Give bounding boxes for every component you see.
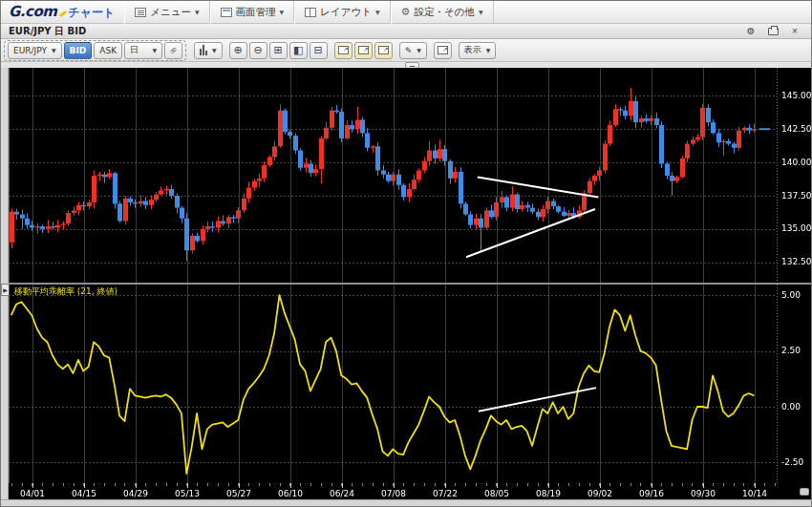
- chevron-down-icon: ▼: [195, 9, 200, 15]
- bottom-strip: [1, 499, 811, 507]
- date-axis-label: 09/16: [635, 490, 668, 498]
- indicator-label: 移動平均乖離率 (21, 終値): [14, 287, 118, 296]
- menu-item-label: メニュー: [150, 6, 191, 19]
- indicator-axis-label: 2.50: [781, 347, 801, 355]
- window-settings-button[interactable]: ⚙: [744, 26, 758, 37]
- fit-chart-button[interactable]: ⊞: [269, 42, 288, 59]
- date-axis-label: 09/02: [584, 490, 616, 498]
- chevron-down-icon: ▼: [280, 9, 285, 15]
- date-axis-label: 07/08: [377, 490, 410, 498]
- price-axis-label: 145.000: [781, 92, 812, 100]
- display-menu-label: 表示: [464, 44, 481, 56]
- date-axis-label: 04/29: [119, 490, 152, 498]
- app-logo[interactable]: G.com チャート: [1, 3, 124, 21]
- chart-window-icon: [358, 46, 369, 54]
- display-menu-button[interactable]: 表示 ▼: [459, 42, 497, 59]
- split-vertical-icon: ◧: [293, 44, 303, 56]
- date-axis-label: 08/05: [481, 490, 513, 498]
- chevron-down-icon: ▼: [152, 47, 157, 53]
- price-axis-label: 140.000: [781, 158, 812, 167]
- date-axis-label: 06/24: [326, 490, 358, 498]
- candlestick-icon: [200, 45, 207, 55]
- chart-window-group: [334, 42, 393, 59]
- gear-icon: ⚙: [747, 27, 756, 36]
- period-select[interactable]: 日 ▼: [124, 42, 162, 59]
- chevron-down-icon: ▼: [52, 47, 56, 53]
- date-axis-label: 07/22: [429, 490, 461, 498]
- price-chart-canvas[interactable]: [9, 68, 812, 283]
- chart-area: 移動平均乖離率 (21, 終値) 145.000142.500140.00013…: [9, 68, 812, 499]
- chart-toolbar: EUR/JPY ▼ BID ASK 日 ▼ ∞ ▼ ⊕ ⊖ ⊞ ◧ ⊟: [1, 39, 811, 62]
- menu-item-layout[interactable]: レイアウト ▼: [294, 1, 390, 24]
- logo-swoosh-icon: [57, 7, 67, 16]
- symbol-group: EUR/JPY ▼ BID ASK 日 ▼ ∞: [4, 40, 186, 61]
- date-axis-label: 05/27: [223, 490, 255, 498]
- chart-type-select[interactable]: ▼: [194, 42, 223, 59]
- indicator-axis-label: 5.00: [781, 291, 801, 300]
- printer-icon: [768, 28, 779, 35]
- bid-button[interactable]: BID: [64, 42, 93, 59]
- price-axis-label: 137.500: [781, 192, 812, 201]
- layout-icon: [305, 8, 316, 17]
- popout-chart-button[interactable]: [434, 42, 452, 59]
- chevron-down-icon: ▼: [375, 9, 380, 15]
- link-icon: ∞: [167, 44, 181, 57]
- expand-icon: ⊞: [274, 44, 283, 56]
- print-button[interactable]: [766, 26, 780, 37]
- popup-group: [434, 42, 452, 59]
- date-axis-label: 08/19: [532, 490, 565, 498]
- new-chart-window-button-3[interactable]: [374, 42, 393, 59]
- screen-icon: [221, 8, 232, 17]
- zoom-out-icon: ⊖: [254, 44, 263, 56]
- indicator-axis-label: -2.50: [781, 458, 803, 467]
- logo-product: チャート: [68, 5, 115, 21]
- symbol-select-value: EUR/JPY: [13, 46, 47, 55]
- chevron-down-icon: ▼: [212, 47, 217, 53]
- date-axis-label: 04/15: [68, 490, 100, 498]
- draw-tool-select[interactable]: ✎ ▼: [399, 42, 427, 59]
- price-axis-label: 135.000: [781, 224, 812, 233]
- menu-list-icon: [135, 8, 146, 17]
- zoom-in-button[interactable]: ⊕: [229, 42, 247, 59]
- date-axis-label: 04/01: [16, 490, 49, 498]
- logo-brand: G.com: [9, 3, 56, 20]
- zoom-group: ⊕ ⊖ ⊞ ◧ ⊟: [229, 42, 328, 59]
- date-axis-label: 10/14: [738, 490, 771, 498]
- chevron-down-icon: ▼: [417, 47, 421, 53]
- price-axis-label: 132.500: [781, 258, 812, 266]
- close-window-button[interactable]: ×: [788, 26, 801, 37]
- new-chart-window-button-1[interactable]: [334, 42, 353, 59]
- chevron-down-icon: ▼: [479, 9, 483, 15]
- zoom-out-button[interactable]: ⊖: [249, 42, 267, 59]
- menu-item-menu[interactable]: メニュー ▼: [124, 1, 209, 24]
- zoom-in-icon: ⊕: [234, 44, 243, 56]
- chart-type-group: ▼: [194, 42, 223, 59]
- symbol-select[interactable]: EUR/JPY ▼: [8, 42, 62, 59]
- chart-window-title: EUR/JPY 日 BID: [1, 25, 744, 38]
- link-charts-button[interactable]: ∞: [164, 42, 182, 59]
- chart-window-icon: [338, 46, 349, 54]
- menu-item-label: レイアウト: [320, 6, 372, 19]
- date-axis-label: 06/10: [274, 490, 307, 498]
- axis-resize-handle[interactable]: [800, 488, 809, 496]
- chart-window-icon: [378, 46, 389, 54]
- ask-button[interactable]: ASK: [94, 42, 122, 59]
- menu-bar: G.com チャート メニュー ▼ 画面管理 ▼ レイアウト ▼ ⚙ 設定・その…: [1, 1, 811, 24]
- menu-item-settings-other[interactable]: ⚙ 設定・その他 ▼: [391, 1, 494, 24]
- chart-application-window: G.com チャート メニュー ▼ 画面管理 ▼ レイアウト ▼ ⚙ 設定・その…: [0, 0, 812, 507]
- chevron-down-icon: ▼: [486, 47, 491, 53]
- split-vertical-button[interactable]: ◧: [289, 42, 308, 59]
- close-icon: ×: [792, 27, 798, 36]
- menu-item-label: 設定・その他: [414, 6, 475, 19]
- split-horizontal-icon: ⊟: [314, 44, 323, 56]
- pencil-icon: ✎: [405, 46, 413, 55]
- new-chart-window-button-2[interactable]: [354, 42, 373, 59]
- gear-icon: ⚙: [401, 7, 411, 17]
- period-select-value: 日: [130, 44, 139, 56]
- indicator-chart-canvas[interactable]: [9, 285, 812, 483]
- split-horizontal-button[interactable]: ⊟: [310, 42, 328, 59]
- menu-item-label: 画面管理: [236, 6, 276, 19]
- menu-item-screen-management[interactable]: 画面管理 ▼: [210, 1, 295, 24]
- date-axis-label: 09/30: [687, 490, 719, 498]
- price-axis-label: 142.500: [781, 125, 812, 134]
